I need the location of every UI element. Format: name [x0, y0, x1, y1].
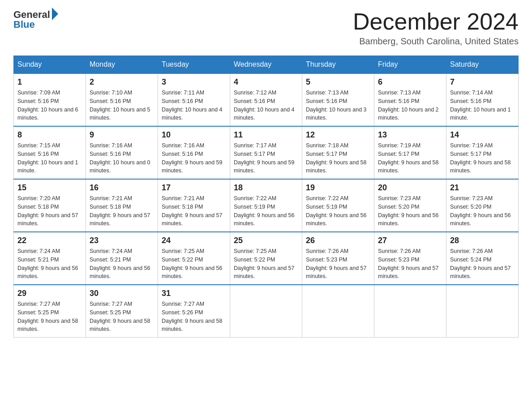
day-info: Sunrise: 7:18 AMSunset: 5:17 PMDaylight:… [306, 141, 370, 175]
calendar-cell: 4 Sunrise: 7:12 AMSunset: 5:16 PMDayligh… [230, 73, 302, 126]
day-number: 12 [306, 130, 370, 140]
day-number: 5 [306, 77, 370, 87]
day-info: Sunrise: 7:21 AMSunset: 5:18 PMDaylight:… [90, 194, 154, 228]
week-row-2: 8 Sunrise: 7:15 AMSunset: 5:16 PMDayligh… [14, 126, 519, 179]
day-info: Sunrise: 7:23 AMSunset: 5:20 PMDaylight:… [450, 194, 515, 228]
day-number: 8 [17, 130, 82, 140]
day-info: Sunrise: 7:23 AMSunset: 5:20 PMDaylight:… [378, 194, 442, 228]
day-number: 19 [306, 183, 370, 193]
header-cell-saturday: Saturday [446, 56, 519, 74]
day-number: 21 [450, 183, 515, 193]
day-info: Sunrise: 7:12 AMSunset: 5:16 PMDaylight:… [234, 89, 298, 122]
calendar-cell: 14 Sunrise: 7:19 AMSunset: 5:17 PMDaylig… [446, 126, 519, 179]
day-number: 28 [450, 236, 515, 245]
calendar-cell [302, 285, 374, 338]
day-number: 31 [162, 289, 226, 298]
day-info: Sunrise: 7:25 AMSunset: 5:22 PMDaylight:… [162, 247, 226, 281]
calendar-cell: 21 Sunrise: 7:23 AMSunset: 5:20 PMDaylig… [446, 179, 519, 232]
day-info: Sunrise: 7:26 AMSunset: 5:24 PMDaylight:… [450, 247, 515, 281]
calendar-cell: 28 Sunrise: 7:26 AMSunset: 5:24 PMDaylig… [446, 232, 519, 285]
day-number: 7 [450, 77, 515, 87]
calendar-cell: 8 Sunrise: 7:15 AMSunset: 5:16 PMDayligh… [14, 126, 86, 179]
day-info: Sunrise: 7:27 AMSunset: 5:26 PMDaylight:… [162, 300, 226, 334]
month-title: December 2024 [353, 9, 519, 34]
day-info: Sunrise: 7:11 AMSunset: 5:16 PMDaylight:… [162, 89, 226, 122]
header-cell-sunday: Sunday [14, 56, 86, 74]
calendar-cell [230, 285, 302, 338]
day-number: 6 [378, 77, 442, 87]
week-row-3: 15 Sunrise: 7:20 AMSunset: 5:18 PMDaylig… [14, 179, 519, 232]
calendar-cell: 31 Sunrise: 7:27 AMSunset: 5:26 PMDaylig… [158, 285, 230, 338]
day-info: Sunrise: 7:19 AMSunset: 5:17 PMDaylight:… [378, 141, 442, 175]
day-number: 13 [378, 130, 442, 140]
calendar-cell [374, 285, 446, 338]
header-cell-tuesday: Tuesday [158, 56, 230, 74]
day-info: Sunrise: 7:10 AMSunset: 5:16 PMDaylight:… [90, 89, 154, 122]
location-title: Bamberg, South Carolina, United States [353, 36, 519, 47]
day-info: Sunrise: 7:22 AMSunset: 5:19 PMDaylight:… [234, 194, 298, 228]
day-number: 26 [306, 236, 370, 245]
day-number: 27 [378, 236, 442, 245]
day-info: Sunrise: 7:20 AMSunset: 5:18 PMDaylight:… [17, 194, 82, 228]
calendar-table: SundayMondayTuesdayWednesdayThursdayFrid… [13, 56, 519, 338]
week-row-5: 29 Sunrise: 7:27 AMSunset: 5:25 PMDaylig… [14, 285, 519, 338]
calendar-cell: 15 Sunrise: 7:20 AMSunset: 5:18 PMDaylig… [14, 179, 86, 232]
calendar-cell: 20 Sunrise: 7:23 AMSunset: 5:20 PMDaylig… [374, 179, 446, 232]
calendar-cell: 10 Sunrise: 7:16 AMSunset: 5:16 PMDaylig… [158, 126, 230, 179]
header-cell-wednesday: Wednesday [230, 56, 302, 74]
day-number: 22 [17, 236, 82, 245]
day-number: 29 [17, 289, 82, 298]
day-info: Sunrise: 7:19 AMSunset: 5:17 PMDaylight:… [450, 141, 515, 175]
day-number: 17 [162, 183, 226, 193]
day-number: 16 [90, 183, 154, 193]
calendar-cell: 18 Sunrise: 7:22 AMSunset: 5:19 PMDaylig… [230, 179, 302, 232]
day-info: Sunrise: 7:16 AMSunset: 5:16 PMDaylight:… [162, 141, 226, 175]
day-info: Sunrise: 7:26 AMSunset: 5:23 PMDaylight:… [306, 247, 370, 281]
calendar-cell: 27 Sunrise: 7:26 AMSunset: 5:23 PMDaylig… [374, 232, 446, 285]
calendar-cell: 12 Sunrise: 7:18 AMSunset: 5:17 PMDaylig… [302, 126, 374, 179]
day-info: Sunrise: 7:24 AMSunset: 5:21 PMDaylight:… [90, 247, 154, 281]
page-header: General Blue December 2024 Bamberg, Sout… [13, 9, 519, 47]
day-number: 24 [162, 236, 226, 245]
day-number: 3 [162, 77, 226, 87]
calendar-cell: 25 Sunrise: 7:25 AMSunset: 5:22 PMDaylig… [230, 232, 302, 285]
day-number: 1 [17, 77, 82, 87]
day-number: 20 [378, 183, 442, 193]
header-cell-thursday: Thursday [302, 56, 374, 74]
day-info: Sunrise: 7:21 AMSunset: 5:18 PMDaylight:… [162, 194, 226, 228]
calendar-cell: 5 Sunrise: 7:13 AMSunset: 5:16 PMDayligh… [302, 73, 374, 126]
day-info: Sunrise: 7:22 AMSunset: 5:19 PMDaylight:… [306, 194, 370, 228]
calendar-cell: 6 Sunrise: 7:13 AMSunset: 5:16 PMDayligh… [374, 73, 446, 126]
day-info: Sunrise: 7:13 AMSunset: 5:16 PMDaylight:… [306, 89, 370, 122]
day-info: Sunrise: 7:09 AMSunset: 5:16 PMDaylight:… [17, 89, 82, 122]
calendar-cell: 26 Sunrise: 7:26 AMSunset: 5:23 PMDaylig… [302, 232, 374, 285]
calendar-cell: 3 Sunrise: 7:11 AMSunset: 5:16 PMDayligh… [158, 73, 230, 126]
day-number: 4 [234, 77, 298, 87]
calendar-cell: 7 Sunrise: 7:14 AMSunset: 5:16 PMDayligh… [446, 73, 519, 126]
calendar-header: SundayMondayTuesdayWednesdayThursdayFrid… [14, 56, 519, 74]
day-number: 10 [162, 130, 226, 140]
header-cell-monday: Monday [86, 56, 158, 74]
calendar-cell: 2 Sunrise: 7:10 AMSunset: 5:16 PMDayligh… [86, 73, 158, 126]
day-info: Sunrise: 7:13 AMSunset: 5:16 PMDaylight:… [378, 89, 442, 122]
day-info: Sunrise: 7:27 AMSunset: 5:25 PMDaylight:… [17, 300, 82, 334]
day-number: 25 [234, 236, 298, 245]
day-number: 15 [17, 183, 82, 193]
calendar-cell: 11 Sunrise: 7:17 AMSunset: 5:17 PMDaylig… [230, 126, 302, 179]
calendar-cell [446, 285, 519, 338]
week-row-4: 22 Sunrise: 7:24 AMSunset: 5:21 PMDaylig… [14, 232, 519, 285]
calendar-cell: 29 Sunrise: 7:27 AMSunset: 5:25 PMDaylig… [14, 285, 86, 338]
day-info: Sunrise: 7:17 AMSunset: 5:17 PMDaylight:… [234, 141, 298, 175]
logo-triangle-icon [52, 8, 58, 20]
calendar-cell: 22 Sunrise: 7:24 AMSunset: 5:21 PMDaylig… [14, 232, 86, 285]
calendar-cell: 9 Sunrise: 7:16 AMSunset: 5:16 PMDayligh… [86, 126, 158, 179]
week-row-1: 1 Sunrise: 7:09 AMSunset: 5:16 PMDayligh… [14, 73, 519, 126]
day-info: Sunrise: 7:26 AMSunset: 5:23 PMDaylight:… [378, 247, 442, 281]
calendar-cell: 23 Sunrise: 7:24 AMSunset: 5:21 PMDaylig… [86, 232, 158, 285]
day-info: Sunrise: 7:27 AMSunset: 5:25 PMDaylight:… [90, 300, 154, 334]
logo: General Blue [13, 9, 58, 30]
day-number: 11 [234, 130, 298, 140]
day-number: 23 [90, 236, 154, 245]
day-info: Sunrise: 7:15 AMSunset: 5:16 PMDaylight:… [17, 141, 82, 175]
header-row: SundayMondayTuesdayWednesdayThursdayFrid… [14, 56, 519, 74]
